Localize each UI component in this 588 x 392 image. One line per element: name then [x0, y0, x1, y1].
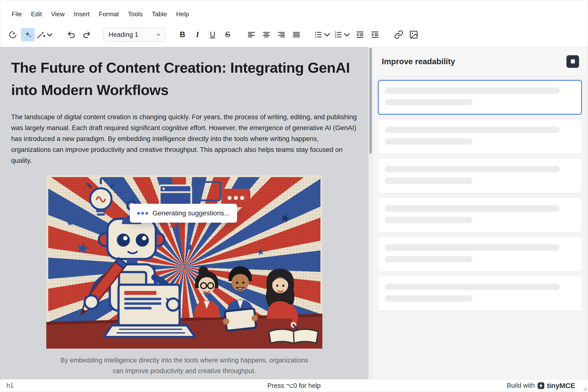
block-format-value: Heading 1	[109, 31, 138, 38]
resize-handle-icon[interactable]	[581, 386, 587, 391]
chevron-down-icon	[45, 30, 54, 39]
generating-toast-label: Generating suggestions...	[153, 209, 230, 217]
redo-icon[interactable]	[80, 28, 93, 42]
skeleton-line	[385, 244, 560, 251]
suggestion-skeleton-card[interactable]	[378, 158, 582, 193]
list-group: 1 2 3	[313, 28, 382, 42]
typing-dots-icon	[137, 212, 148, 215]
suggestions-list	[372, 76, 588, 379]
suggestion-skeleton-card[interactable]	[378, 80, 582, 114]
statusbar: h1 Press ⌥0 for help Build with tinyMCE	[0, 379, 588, 392]
generating-toast: Generating suggestions...	[130, 204, 237, 223]
align-justify-icon[interactable]	[290, 28, 303, 42]
block-format-select[interactable]: Heading 1	[104, 28, 166, 42]
menu-edit[interactable]: Edit	[27, 8, 47, 20]
svg-text:3: 3	[335, 35, 336, 39]
toolbar: Heading 1 B I U S	[0, 24, 588, 47]
chevron-down-icon	[156, 32, 161, 38]
indent-icon[interactable]	[368, 28, 382, 42]
menu-format[interactable]: Format	[94, 8, 123, 20]
sidebar-title: Improve readability	[382, 57, 455, 66]
skeleton-line	[385, 99, 472, 106]
align-right-icon[interactable]	[275, 28, 288, 42]
article-illustration[interactable]	[46, 175, 322, 349]
suggestion-skeleton-card[interactable]	[378, 237, 582, 272]
tinymce-branding[interactable]: Build with tinyMCE	[507, 382, 581, 390]
outdent-icon[interactable]	[353, 28, 367, 42]
editor-scrollbar[interactable]	[368, 47, 372, 379]
menubar: File Edit View Insert Format Tools Table…	[0, 0, 588, 24]
strikethrough-button[interactable]: S	[221, 28, 234, 42]
ai-improve-icon[interactable]	[21, 28, 35, 42]
document-title: The Future of Content Creation: Integrat…	[11, 57, 357, 101]
insert-group	[392, 28, 420, 42]
menu-table[interactable]: Table	[147, 8, 172, 20]
scrollbar-thumb[interactable]	[369, 48, 372, 154]
editor-window: File Edit View Insert Format Tools Table…	[0, 0, 588, 392]
bold-button[interactable]: B	[176, 28, 189, 42]
chevron-down-icon	[322, 30, 332, 39]
skeleton-line	[385, 295, 472, 302]
help-shortcut-label: Press ⌥0 for help	[267, 382, 321, 390]
skeleton-line	[385, 178, 472, 184]
tinymce-logo-icon	[537, 382, 545, 389]
align-center-icon[interactable]	[260, 28, 273, 42]
skeleton-line	[385, 127, 560, 133]
main-area: The Future of Content Creation: Integrat…	[0, 47, 588, 379]
underline-button[interactable]: U	[206, 28, 219, 42]
stop-icon	[571, 59, 575, 64]
link-icon[interactable]	[392, 28, 405, 42]
skeleton-line	[385, 217, 472, 223]
ai-tools-group	[6, 28, 55, 42]
ai-assistant-icon[interactable]	[6, 28, 20, 42]
ai-shortcuts-icon[interactable]	[36, 28, 55, 42]
menu-insert[interactable]: Insert	[69, 8, 94, 20]
menu-tools[interactable]: Tools	[123, 8, 147, 20]
italic-button[interactable]: I	[191, 28, 204, 42]
skeleton-line	[385, 284, 560, 290]
editor-canvas[interactable]: The Future of Content Creation: Integrat…	[0, 47, 368, 379]
suggestion-skeleton-card[interactable]	[378, 276, 582, 311]
suggestion-skeleton-card[interactable]	[378, 198, 582, 232]
popart-scene	[46, 175, 322, 349]
skeleton-line	[385, 166, 560, 172]
menu-view[interactable]: View	[47, 8, 69, 20]
image-icon[interactable]	[407, 28, 420, 42]
menu-file[interactable]: File	[7, 8, 27, 20]
numbered-list-icon[interactable]: 1 2 3	[333, 28, 352, 42]
ai-suggestions-sidebar: Improve readability	[372, 47, 588, 379]
skeleton-line	[385, 256, 472, 262]
skeleton-line	[385, 138, 472, 145]
skeleton-line	[385, 205, 560, 212]
menu-help[interactable]: Help	[172, 8, 194, 20]
history-group	[65, 28, 93, 42]
text-format-group: B I U S	[176, 28, 234, 42]
sidebar-header: Improve readability	[372, 47, 588, 76]
undo-icon[interactable]	[65, 28, 78, 42]
chevron-down-icon	[342, 30, 351, 39]
align-left-icon[interactable]	[245, 28, 258, 42]
element-path[interactable]: h1	[7, 382, 14, 389]
stop-generating-button[interactable]	[566, 55, 579, 68]
skeleton-line	[385, 88, 560, 94]
document-paragraph: The landscape of digital content creatio…	[11, 112, 357, 166]
suggestion-skeleton-card[interactable]	[378, 119, 582, 154]
image-caption: By embedding intelligence directly into …	[46, 355, 322, 376]
align-group	[245, 28, 303, 42]
bullet-list-icon[interactable]	[313, 28, 332, 42]
